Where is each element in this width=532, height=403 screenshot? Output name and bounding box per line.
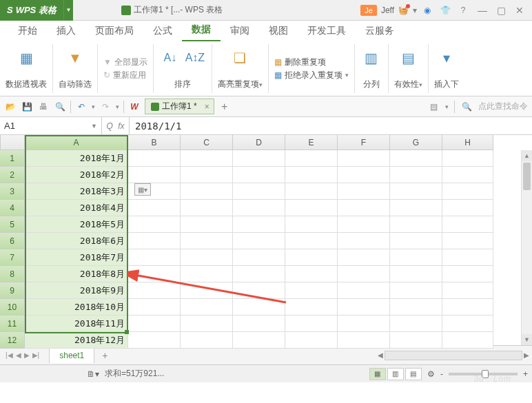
cell[interactable] (442, 150, 493, 167)
cell[interactable] (285, 200, 338, 216)
view-normal[interactable]: ▦ (369, 368, 386, 380)
sheet-nav-last[interactable]: ▶| (32, 351, 40, 359)
row-header[interactable]: 4 (0, 200, 25, 216)
cell[interactable] (233, 200, 285, 216)
autofilter-group[interactable]: ▼ 自动筛选 (53, 44, 98, 93)
tab-page-layout[interactable]: 页面布局 (85, 21, 143, 41)
tab-formula[interactable]: 公式 (143, 21, 182, 41)
cell[interactable] (390, 332, 442, 349)
cell[interactable] (128, 200, 181, 216)
row-header[interactable]: 6 (0, 233, 25, 249)
user-avatar-badge[interactable]: Je (360, 5, 377, 16)
cell[interactable] (442, 183, 493, 200)
cell[interactable] (285, 249, 338, 266)
tab-view[interactable]: 视图 (259, 21, 298, 41)
col-header-B[interactable]: B (128, 135, 181, 150)
autofill-options[interactable]: ▦▾ (134, 183, 151, 196)
cell[interactable] (390, 282, 442, 299)
cell[interactable] (181, 150, 233, 167)
cell[interactable] (390, 266, 442, 282)
cell[interactable] (285, 282, 338, 299)
name-box-arrow-icon[interactable]: ▼ (91, 123, 97, 130)
row-header[interactable]: 11 (0, 316, 25, 332)
doc-tab-close[interactable]: × (205, 102, 209, 112)
row-header[interactable]: 10 (0, 299, 25, 316)
globe-icon[interactable]: ◉ (421, 4, 433, 17)
zoom-in-button[interactable]: + (523, 369, 528, 379)
cell[interactable] (285, 150, 338, 167)
cell[interactable] (338, 316, 390, 332)
row-header[interactable]: 3 (0, 183, 25, 200)
cell[interactable] (181, 282, 233, 299)
cell[interactable] (285, 233, 338, 249)
cell[interactable] (285, 299, 338, 316)
cell[interactable] (390, 299, 442, 316)
cell[interactable] (442, 282, 493, 299)
cell[interactable] (442, 200, 493, 216)
cell[interactable]: 2018年7月 (25, 249, 128, 266)
pivot-group[interactable]: ▦ 数据透视表 (0, 44, 53, 93)
cell[interactable] (233, 299, 285, 316)
col-header-F[interactable]: F (338, 135, 390, 150)
col-header-E[interactable]: E (285, 135, 338, 150)
row-header[interactable]: 1 (0, 150, 25, 167)
cell[interactable] (181, 233, 233, 249)
cell[interactable]: 2018年8月 (25, 266, 128, 282)
cell[interactable] (128, 167, 181, 183)
tab-insert[interactable]: 插入 (47, 21, 85, 41)
cell[interactable] (338, 332, 390, 349)
cell[interactable] (233, 282, 285, 299)
show-all-button[interactable]: ▼全部显示 (103, 56, 147, 68)
row-header[interactable]: 12 (0, 332, 25, 349)
user-name[interactable]: Jeff (381, 6, 394, 15)
cell[interactable] (128, 249, 181, 266)
wps-logo-icon[interactable]: W (128, 101, 141, 113)
maximize-button[interactable]: ▢ (497, 5, 506, 16)
list-icon[interactable]: ▤ (427, 101, 440, 113)
cell[interactable] (442, 167, 493, 183)
cell[interactable] (390, 233, 442, 249)
cell[interactable] (442, 216, 493, 233)
tab-review[interactable]: 审阅 (221, 21, 259, 41)
sort-group[interactable]: A↓ A↕Z 排序 (154, 44, 212, 93)
shirt-icon[interactable]: 👕 (439, 4, 451, 17)
cell[interactable] (338, 282, 390, 299)
row-header[interactable]: 2 (0, 167, 25, 183)
col-header-H[interactable]: H (442, 135, 493, 150)
open-icon[interactable]: 📂 (4, 101, 17, 113)
new-tab-button[interactable]: + (218, 101, 231, 113)
cell[interactable] (233, 316, 285, 332)
cell[interactable] (128, 216, 181, 233)
row-header[interactable]: 7 (0, 249, 25, 266)
cell[interactable] (181, 200, 233, 216)
cell[interactable] (181, 249, 233, 266)
cell[interactable] (442, 299, 493, 316)
col-header-C[interactable]: C (181, 135, 233, 150)
sheet-nav-first[interactable]: |◀ (6, 351, 13, 359)
view-break[interactable]: ▤ (405, 368, 422, 380)
hscroll-right[interactable]: ▶ (524, 351, 529, 359)
cell[interactable] (390, 150, 442, 167)
cell[interactable]: 2018年2月 (25, 167, 128, 183)
view-page[interactable]: ▥ (387, 368, 404, 380)
cell[interactable] (390, 249, 442, 266)
cell[interactable] (338, 233, 390, 249)
cell[interactable] (285, 216, 338, 233)
cell[interactable]: 2018年9月 (25, 282, 128, 299)
cell[interactable] (338, 216, 390, 233)
document-tab[interactable]: 工作簿1 * × (145, 99, 214, 114)
cell[interactable] (285, 316, 338, 332)
cell[interactable] (181, 183, 233, 200)
cell[interactable] (285, 332, 338, 349)
cell[interactable] (338, 266, 390, 282)
hscroll-left[interactable]: ◀ (378, 351, 383, 359)
cell[interactable] (233, 249, 285, 266)
cell[interactable] (233, 167, 285, 183)
cell[interactable] (390, 200, 442, 216)
cell[interactable] (390, 216, 442, 233)
insert-dropdown-group[interactable]: ▾ 插入下 (429, 44, 464, 93)
cell[interactable] (338, 167, 390, 183)
cell[interactable] (390, 183, 442, 200)
sheet-tab[interactable]: sheet1 (49, 347, 94, 363)
cell[interactable] (128, 282, 181, 299)
